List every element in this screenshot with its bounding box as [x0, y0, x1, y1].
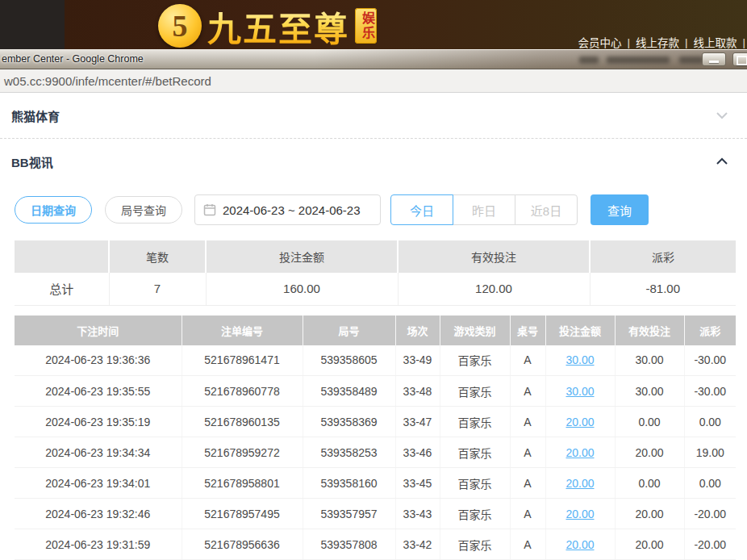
table-row: 2024-06-23 19:35:19521678960135539358369… [15, 407, 736, 437]
summary-data-row: 总计7160.00120.00-81.00 [15, 273, 736, 305]
cell-session: 33-45 [395, 468, 440, 499]
bet-amount-link[interactable]: 20.00 [565, 477, 594, 490]
summary-cell: 7 [109, 273, 206, 305]
chevron-up-icon [715, 154, 729, 169]
maximize-button[interactable] [732, 52, 747, 66]
cell-bet-amount: 30.00 [545, 345, 615, 376]
cell-payout: -30.00 [684, 376, 736, 407]
cell-bet-amount: 30.00 [545, 376, 615, 407]
cell-session: 33-48 [395, 376, 440, 407]
cell-valid-bet: 30.00 [615, 376, 684, 407]
cell-bet-time: 2024-06-23 19:35:55 [15, 376, 182, 407]
section-title: 熊猫体育 [11, 107, 60, 124]
summary-cell: 120.00 [398, 273, 590, 305]
cell-game-type: 百家乐 [440, 407, 510, 437]
summary-column-header: 派彩 [590, 240, 736, 273]
bet-amount-link[interactable]: 30.00 [565, 353, 594, 366]
table-row: 2024-06-23 19:32:46521678957495539357957… [15, 499, 736, 529]
cell-round-id: 539358369 [303, 407, 395, 437]
cell-game-type: 百家乐 [440, 437, 510, 468]
summary-column-header [15, 240, 109, 273]
column-header: 桌号 [510, 316, 545, 345]
bet-amount-link[interactable]: 20.00 [565, 538, 594, 551]
column-header: 投注金额 [545, 316, 615, 345]
table-row: 2024-06-23 19:34:01521678958801539358160… [15, 468, 736, 499]
summary-cell: 总计 [15, 273, 109, 305]
table-row: 2024-06-23 19:31:59521678956636539357808… [15, 529, 736, 560]
summary-table: 笔数投注金额有效投注派彩 总计7160.00120.00-81.00 [15, 240, 736, 306]
cell-round-id: 539357957 [303, 499, 395, 529]
cell-round-id: 539358489 [303, 376, 395, 407]
cell-game-type: 百家乐 [440, 345, 510, 376]
cell-session: 33-46 [395, 437, 440, 468]
cell-valid-bet: 20.00 [615, 437, 684, 468]
cell-session: 33-49 [395, 345, 440, 376]
date-range-value: 2024-06-23 ~ 2024-06-23 [223, 203, 361, 217]
table-row: 2024-06-23 19:34:34521678959272539358253… [15, 437, 736, 468]
column-header: 注单编号 [182, 316, 303, 345]
bet-record-table: 下注时间注单编号局号场次游戏类别桌号投注金额有效投注派彩 2024-06-23 … [15, 316, 736, 560]
date-range-input[interactable]: 2024-06-23 ~ 2024-06-23 [194, 194, 381, 225]
redacted-account-info [607, 56, 670, 64]
round-query-tab[interactable]: 局号查询 [105, 196, 182, 224]
summary-column-header: 有效投注 [398, 240, 590, 273]
cell-valid-bet: 20.00 [615, 499, 684, 529]
column-header: 派彩 [684, 316, 736, 345]
minimize-button[interactable] [702, 52, 726, 66]
nav-link[interactable]: 线上存款 [630, 34, 685, 50]
logo-entertainment-badge: 娱乐 [355, 8, 377, 44]
chevron-down-icon [715, 108, 729, 123]
cell-round-id: 539358605 [303, 345, 395, 376]
cell-payout: 19.00 [684, 437, 736, 468]
quick-range-group: 今日昨日近8日 [390, 194, 578, 225]
bet-table-body: 2024-06-23 19:36:36521678961471539358605… [15, 345, 736, 560]
cell-bet-id: 521678957495 [182, 499, 303, 529]
nav-link[interactable]: 线上取款 [687, 34, 742, 50]
cell-bet-id: 521678959272 [182, 437, 303, 468]
cell-table-no: A [510, 407, 545, 437]
bet-amount-link[interactable]: 20.00 [565, 508, 594, 520]
quick-range-button[interactable]: 近8日 [515, 194, 578, 225]
search-button[interactable]: 查询 [591, 194, 649, 225]
cell-payout: -20.00 [684, 499, 736, 529]
site-logo: 5 九五至尊 娱乐 [158, 2, 377, 50]
nav-link[interactable]: 会员中心 [572, 34, 627, 50]
bet-amount-link[interactable]: 20.00 [565, 446, 594, 459]
bet-record-content: 熊猫体育 BB视讯 日期查询 局号查询 2024-06-23 ~ 2024 [0, 93, 747, 560]
section-bb-video[interactable]: BB视讯 [0, 139, 747, 184]
date-query-tab[interactable]: 日期查询 [15, 196, 92, 224]
cell-bet-amount: 20.00 [545, 529, 615, 560]
header-dark-panel [0, 0, 65, 50]
browser-url-bar[interactable]: w05.cc:9900/infe/mcenter/#/betRecord [0, 69, 747, 93]
bet-amount-link[interactable]: 30.00 [565, 385, 594, 398]
cell-game-type: 百家乐 [440, 499, 510, 529]
cell-table-no: A [510, 376, 545, 407]
cell-bet-id: 521678958801 [182, 468, 303, 499]
quick-range-button[interactable]: 今日 [390, 194, 453, 225]
cell-game-type: 百家乐 [440, 529, 510, 560]
cell-session: 33-47 [395, 407, 440, 437]
table-row: 2024-06-23 19:36:36521678961471539358605… [15, 345, 736, 376]
cell-session: 33-43 [395, 499, 440, 529]
cell-session: 33-42 [395, 529, 440, 560]
cell-round-id: 539358253 [303, 437, 395, 468]
bet-amount-link[interactable]: 20.00 [565, 416, 594, 428]
summary-column-header: 投注金额 [206, 240, 398, 273]
cell-bet-id: 521678960135 [182, 407, 303, 437]
cell-payout: 0.00 [684, 407, 736, 437]
page: 5 九五至尊 娱乐 会员中心|线上存款|线上取款| ember Center -… [0, 0, 747, 560]
cell-round-id: 539357808 [303, 529, 395, 560]
cell-bet-amount: 20.00 [545, 407, 615, 437]
cell-bet-time: 2024-06-23 19:32:46 [15, 499, 182, 529]
cell-game-type: 百家乐 [440, 468, 510, 499]
column-header: 局号 [303, 316, 395, 345]
table-row: 2024-06-23 19:35:55521678960778539358489… [15, 376, 736, 407]
cell-valid-bet: 0.00 [615, 468, 684, 499]
cell-bet-amount: 20.00 [545, 468, 615, 499]
cell-valid-bet: 0.00 [615, 407, 684, 437]
filter-toolbar: 日期查询 局号查询 2024-06-23 ~ 2024-06-23 今日昨日近8… [15, 194, 747, 226]
quick-range-button[interactable]: 昨日 [453, 194, 515, 225]
section-panda-sports[interactable]: 熊猫体育 [0, 93, 747, 139]
browser-titlebar: ember Center - Google Chrome [0, 49, 747, 69]
cell-bet-time: 2024-06-23 19:31:59 [15, 529, 182, 560]
